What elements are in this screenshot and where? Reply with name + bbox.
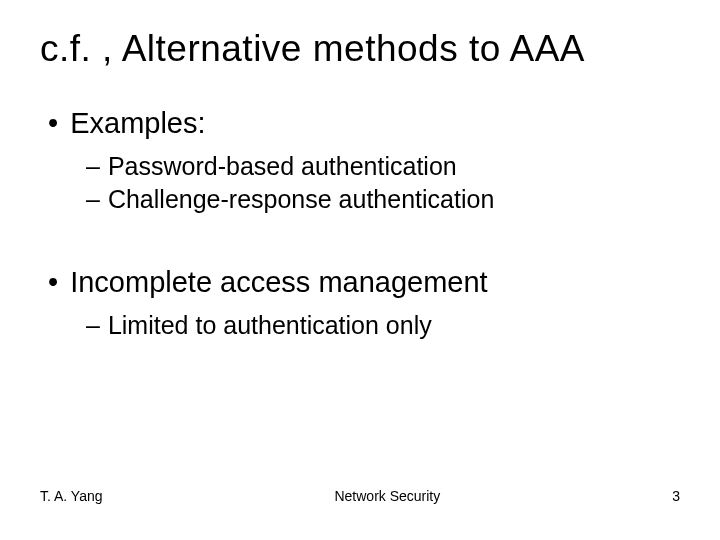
subbullet-text: Password-based authentication (108, 151, 457, 182)
subbullet-item: – Password-based authentication (86, 151, 680, 182)
bullet-incomplete: • Incomplete access management (48, 265, 680, 300)
bullet-marker: • (48, 106, 58, 141)
dash-marker: – (86, 151, 100, 182)
subbullet-text: Limited to authentication only (108, 310, 432, 341)
dash-marker: – (86, 184, 100, 215)
bullet-text: Incomplete access management (70, 265, 488, 300)
bullet-marker: • (48, 265, 58, 300)
section-gap (48, 217, 680, 265)
subbullet-text: Challenge-response authentication (108, 184, 494, 215)
footer-author: T. A. Yang (40, 488, 103, 504)
bullet-text: Examples: (70, 106, 205, 141)
dash-marker: – (86, 310, 100, 341)
bullet-examples: • Examples: (48, 106, 680, 141)
slide-footer: T. A. Yang Network Security 3 (40, 488, 680, 504)
footer-course: Network Security (103, 488, 673, 504)
subbullet-item: – Challenge-response authentication (86, 184, 680, 215)
slide-content: • Examples: – Password-based authenticat… (40, 106, 680, 341)
subbullet-item: – Limited to authentication only (86, 310, 680, 341)
slide: c.f. , Alternative methods to AAA • Exam… (0, 0, 720, 540)
slide-title: c.f. , Alternative methods to AAA (40, 28, 680, 70)
footer-page: 3 (672, 488, 680, 504)
